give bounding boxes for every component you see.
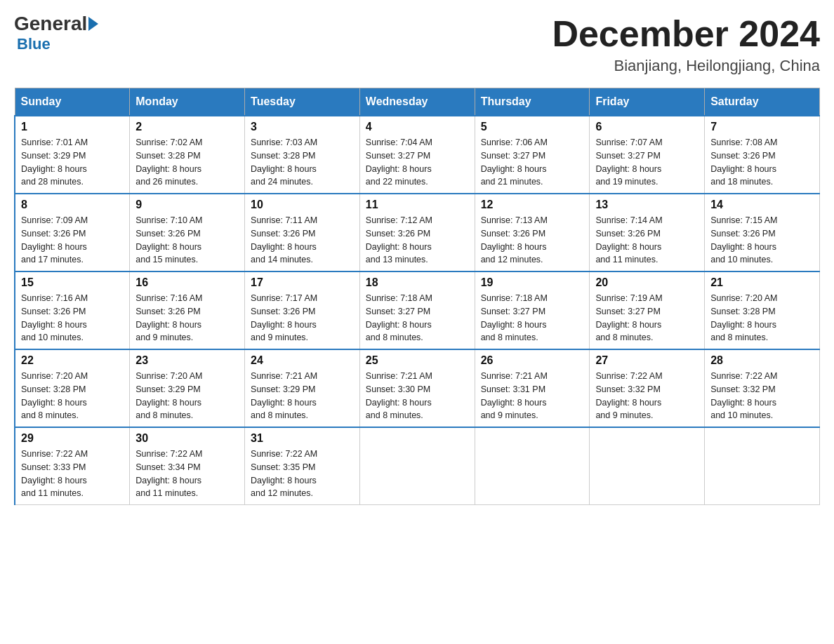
calendar-cell: 12 Sunrise: 7:13 AMSunset: 3:26 PMDaylig… [475,194,590,271]
day-info: Sunrise: 7:01 AMSunset: 3:29 PMDaylight:… [21,137,88,187]
calendar-cell: 22 Sunrise: 7:20 AMSunset: 3:28 PMDaylig… [15,349,130,427]
column-header-sunday: Sunday [15,88,130,116]
calendar-cell: 24 Sunrise: 7:21 AMSunset: 3:29 PMDaylig… [245,349,360,427]
day-info: Sunrise: 7:21 AMSunset: 3:30 PMDaylight:… [366,371,432,420]
calendar-cell: 31 Sunrise: 7:22 AMSunset: 3:35 PMDaylig… [245,427,360,505]
day-info: Sunrise: 7:21 AMSunset: 3:29 PMDaylight:… [251,371,317,420]
calendar-cell: 9 Sunrise: 7:10 AMSunset: 3:26 PMDayligh… [130,194,245,271]
logo: General Blue [14,14,100,53]
calendar-cell: 4 Sunrise: 7:04 AMSunset: 3:27 PMDayligh… [359,116,475,194]
calendar-cell: 28 Sunrise: 7:22 AMSunset: 3:32 PMDaylig… [705,349,820,427]
calendar-cell: 26 Sunrise: 7:21 AMSunset: 3:31 PMDaylig… [475,349,590,427]
day-number: 23 [135,354,239,367]
calendar-cell: 18 Sunrise: 7:18 AMSunset: 3:27 PMDaylig… [359,271,475,349]
day-number: 19 [481,276,584,289]
calendar-cell: 17 Sunrise: 7:17 AMSunset: 3:26 PMDaylig… [245,271,360,349]
day-info: Sunrise: 7:09 AMSunset: 3:26 PMDaylight:… [21,215,88,264]
day-number: 18 [366,276,469,289]
day-number: 17 [251,276,354,289]
week-row-3: 15 Sunrise: 7:16 AMSunset: 3:26 PMDaylig… [15,271,820,349]
calendar-cell: 20 Sunrise: 7:19 AMSunset: 3:27 PMDaylig… [590,271,705,349]
day-number: 9 [135,199,239,211]
calendar-cell: 29 Sunrise: 7:22 AMSunset: 3:33 PMDaylig… [15,427,130,505]
column-header-tuesday: Tuesday [245,88,360,116]
page-header: General Blue December 2024 Bianjiang, He… [14,14,820,75]
week-row-1: 1 Sunrise: 7:01 AMSunset: 3:29 PMDayligh… [15,116,820,194]
day-number: 28 [710,354,814,367]
calendar-cell: 8 Sunrise: 7:09 AMSunset: 3:26 PMDayligh… [15,194,130,271]
day-number: 4 [366,121,469,133]
day-number: 16 [135,276,239,289]
logo-blue: Blue [17,35,51,53]
column-header-thursday: Thursday [475,88,590,116]
calendar-cell: 16 Sunrise: 7:16 AMSunset: 3:26 PMDaylig… [130,271,245,349]
calendar-cell: 14 Sunrise: 7:15 AMSunset: 3:26 PMDaylig… [705,194,820,271]
day-info: Sunrise: 7:22 AMSunset: 3:34 PMDaylight:… [135,449,202,498]
column-header-friday: Friday [590,88,705,116]
day-number: 3 [251,121,354,133]
calendar-subtitle: Bianjiang, Heilongjiang, China [552,57,820,75]
day-info: Sunrise: 7:10 AMSunset: 3:26 PMDaylight:… [135,215,202,264]
day-number: 26 [481,354,584,367]
day-number: 6 [595,121,699,133]
calendar-cell: 7 Sunrise: 7:08 AMSunset: 3:26 PMDayligh… [705,116,820,194]
day-number: 7 [710,121,814,133]
day-number: 1 [21,121,124,133]
title-block: December 2024 Bianjiang, Heilongjiang, C… [552,14,820,75]
week-row-2: 8 Sunrise: 7:09 AMSunset: 3:26 PMDayligh… [15,194,820,271]
day-number: 14 [710,199,814,211]
day-number: 11 [366,199,469,211]
calendar-cell [705,427,820,505]
calendar-cell: 23 Sunrise: 7:20 AMSunset: 3:29 PMDaylig… [130,349,245,427]
day-info: Sunrise: 7:16 AMSunset: 3:26 PMDaylight:… [135,293,202,342]
calendar-cell: 5 Sunrise: 7:06 AMSunset: 3:27 PMDayligh… [475,116,590,194]
day-number: 2 [135,121,239,133]
calendar-cell: 15 Sunrise: 7:16 AMSunset: 3:26 PMDaylig… [15,271,130,349]
day-info: Sunrise: 7:22 AMSunset: 3:33 PMDaylight:… [21,449,88,498]
day-number: 12 [481,199,584,211]
day-info: Sunrise: 7:17 AMSunset: 3:26 PMDaylight:… [251,293,317,342]
day-info: Sunrise: 7:14 AMSunset: 3:26 PMDaylight:… [595,215,662,264]
day-number: 27 [595,354,699,367]
day-info: Sunrise: 7:07 AMSunset: 3:27 PMDaylight:… [595,137,662,187]
day-info: Sunrise: 7:03 AMSunset: 3:28 PMDaylight:… [251,137,317,187]
day-number: 30 [135,432,239,445]
calendar-cell: 11 Sunrise: 7:12 AMSunset: 3:26 PMDaylig… [359,194,475,271]
calendar-cell: 6 Sunrise: 7:07 AMSunset: 3:27 PMDayligh… [590,116,705,194]
calendar-cell: 10 Sunrise: 7:11 AMSunset: 3:26 PMDaylig… [245,194,360,271]
day-info: Sunrise: 7:15 AMSunset: 3:26 PMDaylight:… [710,215,777,264]
logo-general: General [14,14,87,34]
logo-triangle-icon [88,17,98,31]
calendar-cell: 19 Sunrise: 7:18 AMSunset: 3:27 PMDaylig… [475,271,590,349]
day-number: 10 [251,199,354,211]
week-row-4: 22 Sunrise: 7:20 AMSunset: 3:28 PMDaylig… [15,349,820,427]
calendar-cell: 21 Sunrise: 7:20 AMSunset: 3:28 PMDaylig… [705,271,820,349]
day-info: Sunrise: 7:04 AMSunset: 3:27 PMDaylight:… [366,137,432,187]
day-info: Sunrise: 7:06 AMSunset: 3:27 PMDaylight:… [481,137,548,187]
day-number: 31 [251,432,354,445]
day-number: 8 [21,199,124,211]
day-number: 20 [595,276,699,289]
day-info: Sunrise: 7:21 AMSunset: 3:31 PMDaylight:… [481,371,548,420]
day-info: Sunrise: 7:02 AMSunset: 3:28 PMDaylight:… [135,137,202,187]
calendar-cell [590,427,705,505]
calendar-cell [359,427,475,505]
calendar-cell: 3 Sunrise: 7:03 AMSunset: 3:28 PMDayligh… [245,116,360,194]
calendar-cell: 1 Sunrise: 7:01 AMSunset: 3:29 PMDayligh… [15,116,130,194]
day-info: Sunrise: 7:22 AMSunset: 3:35 PMDaylight:… [251,449,317,498]
day-info: Sunrise: 7:20 AMSunset: 3:29 PMDaylight:… [135,371,202,420]
day-info: Sunrise: 7:22 AMSunset: 3:32 PMDaylight:… [710,371,777,420]
calendar-cell: 13 Sunrise: 7:14 AMSunset: 3:26 PMDaylig… [590,194,705,271]
day-info: Sunrise: 7:12 AMSunset: 3:26 PMDaylight:… [366,215,432,264]
day-info: Sunrise: 7:08 AMSunset: 3:26 PMDaylight:… [710,137,777,187]
day-info: Sunrise: 7:18 AMSunset: 3:27 PMDaylight:… [481,293,548,342]
day-number: 5 [481,121,584,133]
calendar-cell: 27 Sunrise: 7:22 AMSunset: 3:32 PMDaylig… [590,349,705,427]
column-header-saturday: Saturday [705,88,820,116]
day-info: Sunrise: 7:13 AMSunset: 3:26 PMDaylight:… [481,215,548,264]
week-row-5: 29 Sunrise: 7:22 AMSunset: 3:33 PMDaylig… [15,427,820,505]
calendar-table: SundayMondayTuesdayWednesdayThursdayFrid… [14,88,820,505]
column-header-wednesday: Wednesday [359,88,475,116]
calendar-header-row: SundayMondayTuesdayWednesdayThursdayFrid… [15,88,820,116]
day-info: Sunrise: 7:18 AMSunset: 3:27 PMDaylight:… [366,293,432,342]
